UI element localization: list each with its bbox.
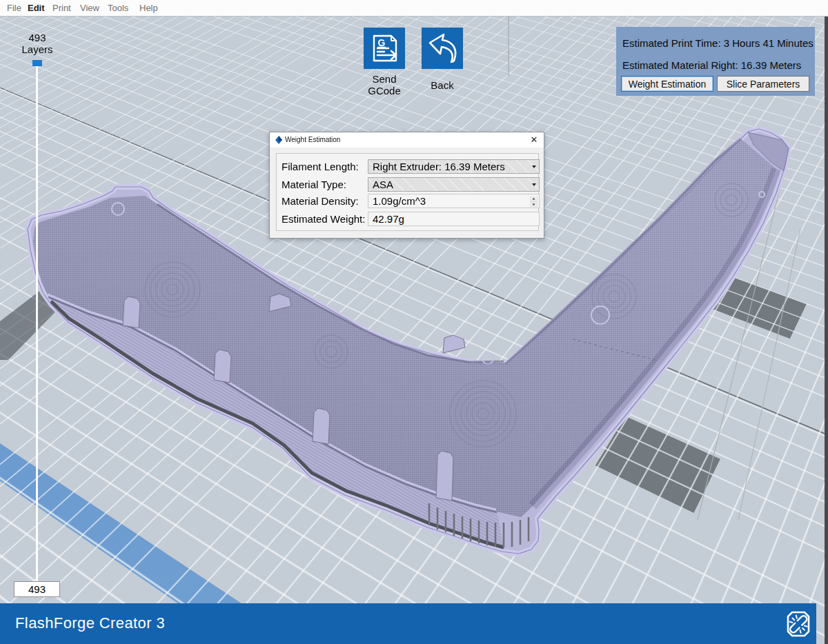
svg-text:G: G <box>378 37 386 48</box>
